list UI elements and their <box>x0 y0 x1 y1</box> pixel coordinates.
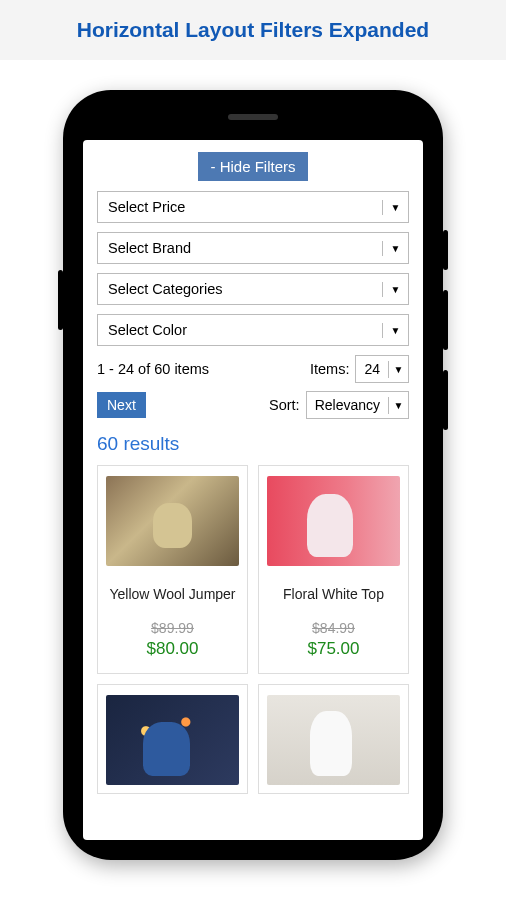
product-old-price: $89.99 <box>106 620 239 636</box>
product-name: Floral White Top <box>267 586 400 602</box>
product-image <box>106 695 239 785</box>
phone-side-button <box>443 370 448 430</box>
sort-select[interactable]: Relevancy ▼ <box>306 391 409 419</box>
select-label: Select Categories <box>108 281 222 297</box>
select-color[interactable]: Select Color ▼ <box>97 314 409 346</box>
next-button[interactable]: Next <box>97 392 146 418</box>
phone-frame: - Hide Filters Select Price ▼ Select Bra… <box>63 90 443 860</box>
results-count: 60 results <box>97 433 409 455</box>
hide-filters-button[interactable]: - Hide Filters <box>198 152 307 181</box>
select-label: Select Price <box>108 199 185 215</box>
product-image <box>106 476 239 566</box>
phone-side-button <box>443 290 448 350</box>
pagination-row-2: Next Sort: Relevancy ▼ <box>97 391 409 419</box>
phone-side-button <box>58 270 63 330</box>
items-value: 24 <box>356 356 388 382</box>
caret-down-icon: ▼ <box>388 397 408 414</box>
caret-down-icon: ▼ <box>382 323 408 338</box>
product-name: Yellow Wool Jumper <box>106 586 239 602</box>
phone-speaker <box>228 114 278 120</box>
product-card[interactable]: Floral White Top $84.99 $75.00 <box>258 465 409 674</box>
caret-down-icon: ▼ <box>382 282 408 297</box>
select-brand[interactable]: Select Brand ▼ <box>97 232 409 264</box>
product-card[interactable] <box>258 684 409 794</box>
select-price[interactable]: Select Price ▼ <box>97 191 409 223</box>
select-label: Select Brand <box>108 240 191 256</box>
phone-side-button <box>443 230 448 270</box>
product-new-price: $75.00 <box>267 639 400 659</box>
caret-down-icon: ▼ <box>382 200 408 215</box>
select-label: Select Color <box>108 322 187 338</box>
page-header: Horizontal Layout Filters Expanded <box>0 0 506 60</box>
page-title: Horizontal Layout Filters Expanded <box>0 18 506 42</box>
items-per-page-select[interactable]: 24 ▼ <box>355 355 409 383</box>
phone-container: - Hide Filters Select Price ▼ Select Bra… <box>0 90 506 860</box>
pagination-row-1: 1 - 24 of 60 items Items: 24 ▼ <box>97 355 409 383</box>
product-image <box>267 695 400 785</box>
product-image <box>267 476 400 566</box>
items-label: Items: <box>310 361 349 377</box>
product-new-price: $80.00 <box>106 639 239 659</box>
product-card[interactable] <box>97 684 248 794</box>
caret-down-icon: ▼ <box>382 241 408 256</box>
select-categories[interactable]: Select Categories ▼ <box>97 273 409 305</box>
product-old-price: $84.99 <box>267 620 400 636</box>
caret-down-icon: ▼ <box>388 361 408 378</box>
sort-label: Sort: <box>269 397 300 413</box>
sort-value: Relevancy <box>307 392 388 418</box>
phone-screen: - Hide Filters Select Price ▼ Select Bra… <box>83 140 423 840</box>
range-text: 1 - 24 of 60 items <box>97 361 209 377</box>
product-grid: Yellow Wool Jumper $89.99 $80.00 Floral … <box>97 465 409 794</box>
product-card[interactable]: Yellow Wool Jumper $89.99 $80.00 <box>97 465 248 674</box>
